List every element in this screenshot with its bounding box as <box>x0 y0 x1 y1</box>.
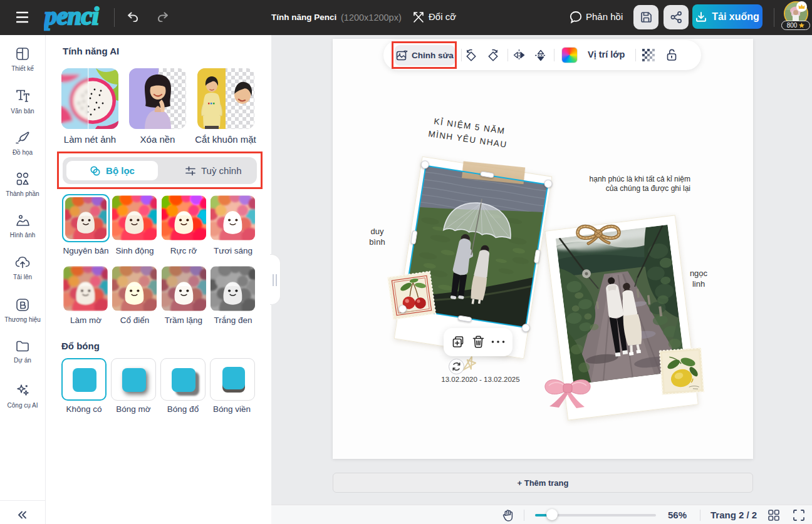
svg-text:penci: penci <box>44 4 99 30</box>
